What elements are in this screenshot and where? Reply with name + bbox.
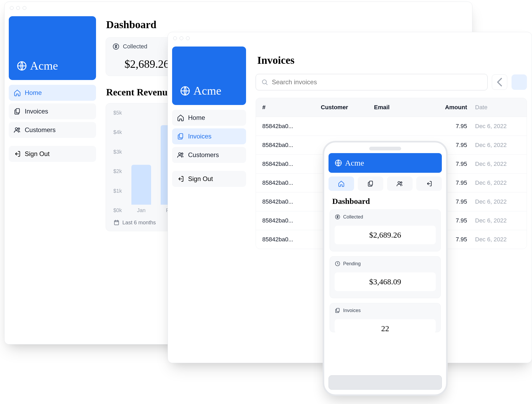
page-title: Invoices (257, 54, 527, 66)
cell-date: Dec 6, 2022 (467, 198, 520, 205)
col-customer: Customer (321, 104, 374, 111)
sidebar-item-customers[interactable]: Customers (172, 147, 246, 163)
chart-footer-label: Last 6 months (122, 220, 156, 226)
card-label: Collected (123, 43, 147, 50)
y-tick: $0k (113, 207, 125, 213)
sidebar: Acme Home Invoices Customers (5, 14, 100, 344)
window-close-icon[interactable] (173, 36, 177, 40)
y-tick: $2k (113, 168, 125, 174)
y-tick: $3k (113, 149, 125, 155)
y-tick: $5k (113, 110, 125, 116)
window-minimize-icon[interactable] (16, 6, 20, 10)
pager-page-button[interactable] (512, 74, 527, 90)
signout-button[interactable]: Sign Out (9, 146, 96, 162)
cell-date: Dec 6, 2022 (467, 179, 520, 186)
document-duplicate-icon (335, 308, 340, 313)
signout-icon (177, 175, 184, 183)
brand-logo: Acme (9, 16, 96, 80)
mobile-tabs (324, 173, 446, 192)
cell-date: Dec 6, 2022 (467, 236, 520, 243)
home-icon (14, 89, 21, 96)
currency-icon (335, 214, 340, 220)
bar-label: Jan (137, 207, 146, 213)
home-icon (177, 114, 184, 121)
cell-date: Dec 6, 2022 (467, 217, 520, 224)
cell-date: Dec 6, 2022 (467, 142, 520, 149)
cell-id: 85842ba0... (262, 198, 321, 205)
cell-date: Dec 6, 2022 (467, 123, 520, 130)
y-tick: $1k (113, 188, 125, 194)
tab-customers[interactable] (387, 176, 413, 191)
users-icon (14, 126, 21, 134)
calendar-icon (113, 219, 120, 226)
pending-value: $3,468.09 (335, 272, 436, 291)
invoices-card: Invoices 22 (330, 303, 441, 332)
sidebar-item-invoices[interactable]: Invoices (9, 103, 96, 119)
brand-logo: Acme (172, 47, 246, 105)
signout-label: Sign Out (188, 175, 213, 183)
cell-amount: 7.95 (427, 123, 467, 130)
window-minimize-icon[interactable] (180, 36, 183, 40)
sidebar-item-label: Home (188, 114, 205, 121)
brand-name: Acme (345, 158, 364, 167)
sidebar-nav: Home Invoices Customers (9, 85, 96, 143)
chart-bar: Jan (131, 165, 151, 213)
window-maximize-icon[interactable] (23, 6, 26, 10)
signout-icon (14, 150, 21, 158)
signout-icon (426, 180, 433, 187)
svg-point-10 (262, 80, 266, 84)
pager-prev-button[interactable] (492, 74, 507, 90)
phone-notch (369, 147, 401, 150)
brand-logo: Acme (329, 153, 442, 173)
globe-icon (334, 159, 342, 167)
mobile-bottom-bar (324, 372, 446, 394)
svg-point-8 (178, 153, 181, 155)
sidebar-item-invoices[interactable]: Invoices (172, 128, 246, 144)
tab-home[interactable] (329, 176, 354, 191)
col-amount: Amount (427, 104, 467, 111)
cell-id: 85842ba0... (262, 123, 321, 130)
page-title: Dashboard (332, 197, 445, 206)
mobile-action-button[interactable] (329, 375, 442, 390)
signout-button[interactable]: Sign Out (172, 171, 246, 187)
chart-y-axis: $5k$4k$3k$2k$1k$0k (113, 110, 125, 213)
sidebar-item-home[interactable]: Home (9, 85, 96, 101)
brand-name: Acme (193, 84, 221, 98)
sidebar-item-label: Invoices (188, 133, 211, 140)
tab-signout[interactable] (416, 176, 442, 191)
col-date: Date (467, 104, 520, 111)
cell-id: 85842ba0... (262, 179, 321, 186)
tab-invoices[interactable] (358, 176, 383, 191)
globe-icon (180, 85, 191, 96)
window-close-icon[interactable] (10, 6, 14, 10)
sidebar-item-label: Home (25, 89, 42, 96)
sidebar: Acme Home Invoices Customers (168, 44, 250, 363)
search-input[interactable] (272, 78, 482, 86)
window-maximize-icon[interactable] (186, 36, 190, 40)
card-label: Collected (343, 214, 363, 220)
cell-date: Dec 6, 2022 (467, 161, 520, 167)
signout-label: Sign Out (25, 150, 49, 158)
cell-id: 85842ba0... (262, 142, 321, 149)
y-tick: $4k (113, 129, 125, 135)
clock-icon (335, 261, 340, 267)
window-controls (5, 2, 472, 14)
svg-rect-12 (369, 181, 373, 185)
sidebar-item-home[interactable]: Home (172, 110, 246, 126)
collected-value: $2,689.26 (335, 226, 436, 244)
users-icon (177, 151, 184, 159)
sidebar-item-label: Invoices (25, 108, 48, 115)
table-header: # Customer Email Amount Date (256, 98, 527, 117)
window-controls (168, 32, 532, 44)
svg-rect-17 (336, 308, 339, 312)
cell-id: 85842ba0... (262, 161, 321, 167)
svg-rect-1 (16, 109, 19, 113)
sidebar-item-label: Customers (25, 126, 56, 134)
table-row[interactable]: 85842ba0...7.95Dec 6, 2022 (256, 117, 527, 136)
sidebar-item-customers[interactable]: Customers (9, 122, 96, 138)
search-input-wrapper[interactable] (256, 74, 488, 90)
svg-point-13 (398, 182, 400, 184)
svg-point-14 (401, 182, 402, 183)
cell-id: 85842ba0... (262, 217, 321, 224)
card-label: Pending (343, 261, 361, 267)
